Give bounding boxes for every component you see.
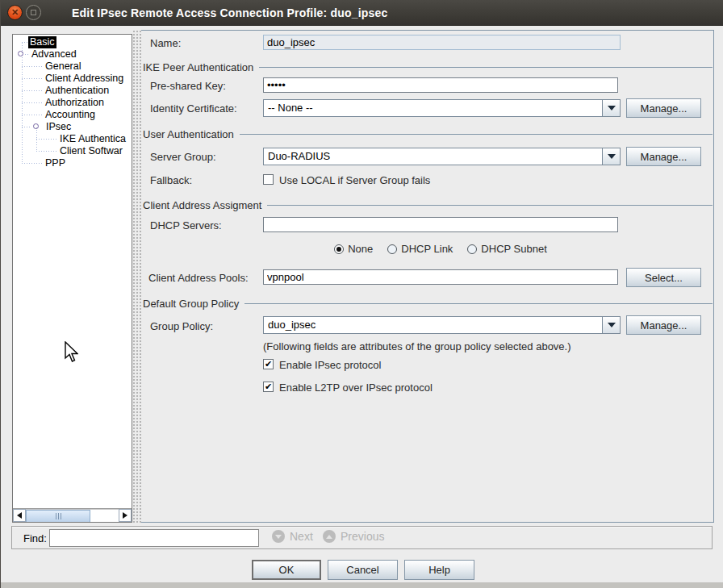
server-group-combobox[interactable]: Duo-RADIUS bbox=[263, 148, 621, 165]
name-label: Name: bbox=[150, 37, 181, 49]
user-auth-section-title: User Authentication bbox=[143, 128, 713, 140]
section-rule bbox=[240, 134, 713, 135]
tree-item-ipsec[interactable]: IPsec bbox=[13, 121, 132, 133]
policy-section-title: Default Group Policy bbox=[143, 298, 713, 310]
section-rule bbox=[259, 67, 713, 68]
select-pools-button[interactable]: Select... bbox=[626, 268, 701, 287]
dhcp-servers-label: DHCP Servers: bbox=[150, 219, 222, 231]
identity-cert-label: Identity Certificate: bbox=[150, 102, 237, 115]
dhcp-mode-radio-group: None DHCP Link DHCP Subnet bbox=[263, 243, 618, 255]
manage-certificates-button[interactable]: Manage... bbox=[626, 98, 701, 118]
window-title: Edit IPsec Remote Access Connection Prof… bbox=[72, 6, 388, 19]
window-bottom-edge bbox=[1, 582, 723, 588]
tree-item-client-software-update[interactable]: Client Softwar bbox=[13, 145, 132, 157]
chevron-down-icon[interactable] bbox=[602, 317, 620, 333]
radio-dhcp-subnet[interactable]: DHCP Subnet bbox=[467, 243, 546, 255]
find-input[interactable] bbox=[49, 529, 259, 547]
psk-field[interactable] bbox=[263, 77, 618, 93]
client-address-pools-label: Client Address Pools: bbox=[148, 272, 249, 284]
section-rule bbox=[244, 303, 713, 304]
scroll-right-icon[interactable] bbox=[119, 509, 132, 522]
tree-item-ike-authentication[interactable]: IKE Authentica bbox=[13, 133, 132, 145]
enable-ipsec-label: Enable IPsec protocol bbox=[279, 359, 381, 371]
ike-section-title: IKE Peer Authentication bbox=[143, 61, 713, 73]
tree-item-authorization[interactable]: Authorization bbox=[13, 97, 132, 109]
group-policy-note: (Following fields are attributes of the … bbox=[263, 340, 571, 352]
identity-cert-combobox[interactable]: -- None -- bbox=[263, 99, 621, 117]
find-label: Find: bbox=[23, 532, 47, 544]
previous-icon bbox=[323, 530, 336, 543]
section-rule bbox=[267, 205, 713, 206]
name-field[interactable] bbox=[263, 35, 621, 50]
split-divider[interactable] bbox=[132, 30, 141, 523]
tree-item-basic[interactable]: Basic bbox=[13, 36, 132, 48]
dhcp-servers-field[interactable] bbox=[263, 217, 618, 232]
tree-item-client-addressing[interactable]: Client Addressing bbox=[13, 73, 132, 85]
scrollbar-thumb[interactable] bbox=[26, 510, 90, 523]
find-toolbar: Find: Next Previous bbox=[11, 526, 713, 549]
enable-ipsec-checkbox[interactable]: ✔ bbox=[263, 359, 274, 369]
address-section-title: Client Address Assigment bbox=[143, 199, 713, 211]
enable-l2tp-label: Enable L2TP over IPsec protocol bbox=[279, 382, 433, 394]
close-icon[interactable]: ✕ bbox=[7, 5, 23, 20]
manage-group-policy-button[interactable]: Manage... bbox=[626, 315, 701, 335]
ok-button[interactable]: OK bbox=[252, 560, 321, 580]
server-group-value: Duo-RADIUS bbox=[264, 148, 602, 165]
server-group-label: Server Group: bbox=[150, 151, 216, 163]
profile-form-panel: Name: IKE Peer Authentication Pre-shared… bbox=[141, 30, 714, 523]
chevron-down-icon[interactable] bbox=[602, 148, 620, 165]
group-policy-label: Group Policy: bbox=[150, 320, 213, 332]
restore-square-glyph bbox=[31, 10, 36, 15]
radio-unselected-icon bbox=[387, 244, 397, 254]
titlebar: ✕ Edit IPsec Remote Access Connection Pr… bbox=[1, 0, 723, 26]
radio-none[interactable]: None bbox=[334, 243, 373, 255]
identity-cert-value: -- None -- bbox=[264, 100, 602, 116]
dialog-window: ✕ Edit IPsec Remote Access Connection Pr… bbox=[0, 0, 723, 588]
help-button[interactable]: Help bbox=[404, 560, 474, 580]
chevron-down-icon[interactable] bbox=[602, 100, 620, 116]
cancel-button[interactable]: Cancel bbox=[328, 560, 398, 580]
group-policy-value: duo_ipsec bbox=[264, 317, 602, 333]
restore-icon[interactable] bbox=[26, 5, 41, 20]
radio-unselected-icon bbox=[467, 244, 477, 254]
psk-label: Pre-shared Key: bbox=[150, 80, 226, 92]
tree-horizontal-scrollbar[interactable] bbox=[13, 508, 132, 522]
tree-item-accounting[interactable]: Accounting bbox=[13, 109, 132, 121]
tree-item-ppp[interactable]: PPP bbox=[13, 157, 132, 169]
scrollbar-track[interactable] bbox=[26, 509, 119, 522]
manage-server-groups-button[interactable]: Manage... bbox=[626, 147, 701, 166]
navigation-tree: Basic Advanced General Client Addressing… bbox=[12, 34, 132, 523]
tree-item-general[interactable]: General bbox=[13, 60, 132, 73]
find-next-button[interactable]: Next bbox=[272, 530, 313, 543]
fallback-checkbox-label: Use LOCAL if Server Group fails bbox=[279, 174, 430, 186]
fallback-label: Fallback: bbox=[150, 174, 192, 186]
find-previous-button[interactable]: Previous bbox=[323, 530, 384, 543]
scroll-left-icon[interactable] bbox=[13, 509, 26, 522]
next-icon bbox=[272, 530, 285, 543]
fallback-checkbox[interactable] bbox=[263, 174, 274, 185]
tree-item-advanced[interactable]: Advanced bbox=[13, 48, 132, 60]
radio-selected-icon bbox=[334, 244, 344, 254]
tree-item-authentication[interactable]: Authentication bbox=[13, 85, 132, 97]
client-address-pools-field[interactable] bbox=[263, 269, 618, 285]
radio-dhcp-link[interactable]: DHCP Link bbox=[387, 243, 453, 255]
enable-l2tp-checkbox[interactable]: ✔ bbox=[263, 382, 274, 392]
group-policy-combobox[interactable]: duo_ipsec bbox=[263, 316, 621, 334]
